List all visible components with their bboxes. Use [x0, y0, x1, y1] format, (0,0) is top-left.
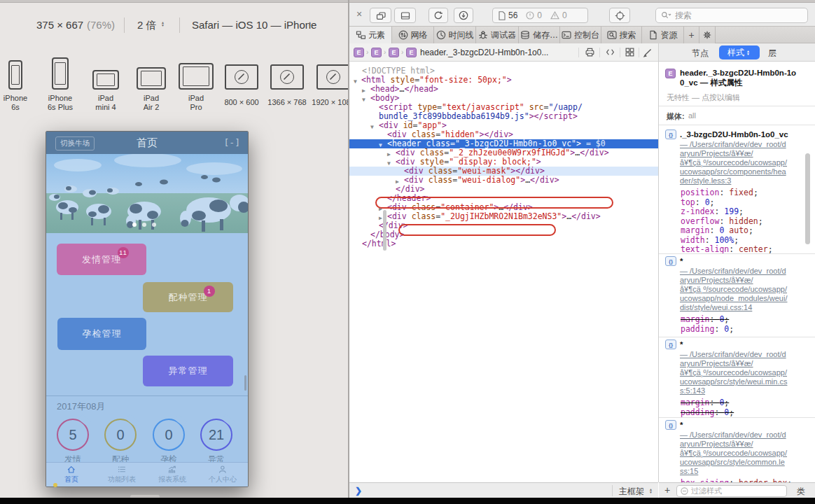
tab-网络[interactable]: 网络: [392, 27, 434, 43]
print-styles-button[interactable]: [585, 47, 595, 57]
device-icon[interactable]: [137, 67, 166, 90]
css-source-link[interactable]: å¥¶çä¸º/sourcecode/ucowsapp/: [680, 368, 787, 377]
css-source-link[interactable]: aryun/Projects/å¥¥æ/: [680, 276, 753, 285]
css-source-link[interactable]: ucowsapp/src/style/common.le: [680, 458, 785, 467]
phone-button-孕检管理[interactable]: 孕检管理: [57, 318, 146, 350]
phone-scrollbar[interactable]: [244, 375, 246, 391]
tab-搜索[interactable]: 搜索: [601, 27, 642, 43]
detach-window-button[interactable]: [370, 8, 391, 23]
tab-元素[interactable]: 元素: [349, 27, 392, 43]
classes-toggle-button[interactable]: 类: [797, 486, 805, 498]
dom-node-text[interactable]: <div class="_2UgjIHZbMRO2N1Bm32eNS3">…</…: [387, 212, 601, 221]
add-tab-button[interactable]: +: [684, 27, 699, 43]
user-agent-select[interactable]: Safari — iOS 10 — iPhone: [192, 19, 316, 31]
element-style-title[interactable]: header._3-bzgcD2U-Hmb0n-1o0_vc — 样式属性: [680, 68, 799, 88]
empty-style-hint[interactable]: 无特性 — 点按以编辑: [667, 92, 740, 103]
css-property[interactable]: padding: 0;: [681, 408, 734, 418]
css-property[interactable]: z-index: 199;: [681, 207, 744, 217]
css-property[interactable]: width: 100%;: [681, 236, 739, 246]
css-source-link[interactable]: — /Users/crifan/dev/dev_root/d: [680, 140, 786, 149]
css-property[interactable]: margin: 0;: [681, 398, 729, 408]
add-rule-icon[interactable]: +: [664, 484, 670, 496]
phone-tab-功能列表[interactable]: 功能列表: [97, 463, 147, 486]
tab-调试器[interactable]: 调试器: [476, 27, 519, 43]
css-source-link[interactable]: aryun/Projects/å¥¥æ/: [680, 359, 753, 368]
css-source-link[interactable]: s:5:143: [680, 386, 705, 396]
element-badge[interactable]: E: [389, 48, 399, 57]
reload-button[interactable]: [429, 8, 448, 23]
resolution-preset-icon[interactable]: [270, 64, 304, 90]
dom-node-text[interactable]: <div class="weui-dialog">…</div>: [404, 176, 559, 185]
tab-时间线[interactable]: 时间线: [434, 27, 476, 43]
element-picker-button[interactable]: [609, 8, 630, 23]
css-source-link[interactable]: ss:15: [680, 467, 698, 476]
styles-edit-button[interactable]: [643, 47, 653, 57]
element-badge[interactable]: E: [406, 48, 417, 57]
css-source-link[interactable]: — /Users/crifan/dev/dev_root/d: [680, 267, 786, 276]
css-source-link[interactable]: aryun/Projects/å¥¥æ/: [680, 440, 753, 449]
dom-node-text[interactable]: </html>: [362, 239, 396, 248]
tab-styles[interactable]: 样式 ▲▼: [719, 46, 760, 59]
phone-tab-个人中心[interactable]: 个人中心: [197, 463, 248, 486]
device-icon[interactable]: [92, 70, 119, 90]
phone-tab-报表系统[interactable]: 报表系统: [147, 463, 197, 486]
settings-tab-button[interactable]: [699, 27, 716, 43]
css-source-link[interactable]: — /Users/crifan/dev/dev_root/d: [680, 430, 786, 440]
sidebar-scrollbar[interactable]: [805, 153, 810, 244]
css-selector[interactable]: *: [680, 420, 802, 430]
css-source-link[interactable]: aryun/Projects/å¥¥æ/: [680, 149, 753, 158]
tab-储存[interactable]: 储存…: [519, 27, 560, 43]
device-icon[interactable]: [8, 60, 22, 90]
css-source-link[interactable]: — /Users/crifan/dev/dev_root/d: [680, 350, 786, 359]
resolution-preset-icon[interactable]: [225, 64, 258, 90]
device-icon[interactable]: [52, 57, 69, 90]
stepper-icon[interactable]: ▲▼: [649, 488, 655, 493]
element-badge[interactable]: E: [354, 48, 364, 57]
filter-styles-input[interactable]: 过滤样式: [676, 485, 787, 497]
scale-select[interactable]: 2 倍: [137, 19, 157, 32]
css-source-link[interactable]: ucowsapp/node_modules/weui/: [680, 294, 788, 303]
resource-status[interactable]: 56 0 0: [492, 8, 588, 23]
css-property[interactable]: margin: 0 auto;: [681, 226, 753, 236]
css-property[interactable]: margin: 0;: [681, 315, 729, 325]
css-property[interactable]: position: fixed;: [681, 188, 758, 198]
tab-node[interactable]: 节点: [692, 48, 709, 59]
css-property[interactable]: top: 0;: [681, 198, 715, 208]
phone-button-配种管理[interactable]: 配种管理1: [143, 282, 233, 312]
tab-layers[interactable]: 层: [768, 48, 776, 59]
dock-bottom-button[interactable]: [394, 8, 416, 23]
layout-grid-button[interactable]: [625, 47, 635, 57]
show-source-button[interactable]: [605, 47, 615, 57]
stepper-icon[interactable]: ▲▼: [161, 21, 167, 27]
css-selector[interactable]: *: [680, 256, 802, 266]
device-preview[interactable]: 切换牛场 首页 [-]: [46, 131, 249, 487]
resolution-preset-icon[interactable]: [316, 64, 350, 90]
tab-控制台[interactable]: 控制台: [560, 27, 601, 43]
close-icon[interactable]: ×: [356, 8, 362, 20]
element-badge[interactable]: E: [371, 48, 382, 57]
download-button[interactable]: [454, 8, 473, 23]
tab-资源[interactable]: 资源: [642, 27, 684, 43]
device-icon[interactable]: [179, 63, 214, 90]
dom-tree-row[interactable]: </html>: [349, 239, 658, 248]
search-input[interactable]: 搜索: [655, 8, 808, 23]
css-source-link[interactable]: ucowsapp/src/components/hea: [680, 167, 786, 176]
css-source-link[interactable]: ucowsapp/src/style/weui.min.cs: [680, 377, 787, 386]
css-selector[interactable]: ._3-bzgcD2U-Hmb0n-1o0_vc: [680, 130, 802, 139]
collapse-icon[interactable]: [-]: [224, 137, 240, 148]
css-source-link[interactable]: der/style.less:3: [680, 176, 731, 186]
frame-selector[interactable]: 主框架: [619, 486, 644, 498]
css-property[interactable]: overflow: hidden;: [681, 217, 763, 227]
phone-button-异常管理[interactable]: 异常管理: [143, 356, 233, 386]
css-source-link[interactable]: å¥¶çä¸º/sourcecode/ucowsapp/: [680, 285, 787, 294]
css-source-link[interactable]: å¥¶çä¸º/sourcecode/ucowsapp/: [680, 449, 787, 458]
console-prompt-icon[interactable]: ❯: [355, 486, 362, 496]
css-property[interactable]: padding: 0;: [681, 325, 734, 335]
phone-button-发情管理[interactable]: 发情管理11: [57, 244, 146, 275]
stepper-icon[interactable]: ▲▼: [308, 21, 314, 27]
css-source-link[interactable]: å¥¶çä¸º/sourcecode/ucowsapp/: [680, 158, 787, 167]
css-source-link[interactable]: dist/style/weui.css:14: [680, 303, 752, 312]
breadcrumb-current[interactable]: header._3-bzgcD2U-Hmb0n-1o0...: [420, 48, 560, 57]
panel-seam[interactable]: [348, 0, 349, 498]
css-selector[interactable]: *: [680, 340, 802, 349]
